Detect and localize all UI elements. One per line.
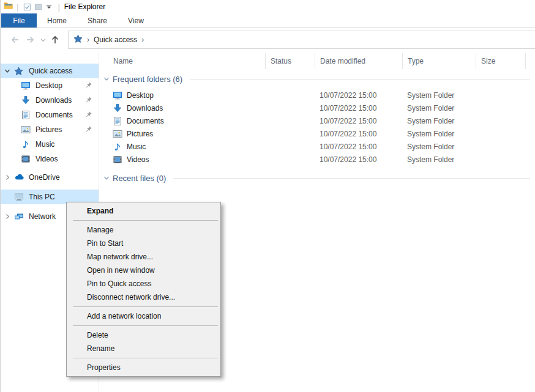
file-name: Videos — [127, 155, 149, 164]
new-folder-icon[interactable] — [32, 1, 43, 12]
downloads-icon — [21, 95, 31, 105]
navigation-bar: › Quick access › — [1, 28, 535, 51]
menu-item-map-network-drive[interactable]: Map network drive... — [67, 250, 220, 264]
file-name: Pictures — [127, 130, 153, 138]
file-type: System Folder — [402, 104, 476, 113]
quick-access-star-icon — [73, 34, 83, 45]
sidebar-item-label: Documents — [36, 111, 73, 119]
file-date-modified: 10/07/2022 15:00 — [315, 155, 402, 164]
back-icon[interactable] — [7, 32, 23, 48]
file-row-videos[interactable]: Videos 10/07/2022 15:00 System Folder — [99, 153, 535, 166]
file-type: System Folder — [402, 142, 476, 151]
file-row-documents[interactable]: Documents 10/07/2022 15:00 System Folder — [99, 114, 535, 127]
pin-icon — [85, 96, 92, 105]
column-header-type[interactable]: Type — [402, 53, 476, 69]
menu-item-rename[interactable]: Rename — [67, 342, 220, 355]
group-label[interactable]: Frequent folders (6) — [113, 75, 182, 84]
pin-icon — [85, 125, 92, 135]
sidebar-item-label: Quick access — [29, 67, 72, 75]
sidebar-item-pictures[interactable]: Pictures — [1, 122, 99, 137]
chevron-down-icon[interactable] — [103, 174, 110, 183]
sidebar-item-onedrive[interactable]: OneDrive — [1, 170, 99, 185]
column-header-size[interactable]: Size — [476, 53, 525, 69]
quick-access-star-icon — [14, 66, 24, 76]
menu-item-pin-to-start[interactable]: Pin to Start — [67, 237, 220, 250]
sidebar-item-quick-access[interactable]: Quick access — [1, 64, 99, 78]
menu-separator — [73, 325, 218, 326]
menu-separator — [73, 358, 218, 358]
file-name: Desktop — [127, 91, 154, 100]
file-explorer-folder-icon — [3, 1, 13, 13]
breadcrumb-location[interactable]: Quick access — [94, 35, 137, 44]
address-bar[interactable]: › Quick access › — [68, 31, 535, 49]
menu-separator — [73, 306, 218, 307]
chevron-down-icon[interactable] — [103, 75, 110, 84]
file-name: Music — [127, 142, 146, 151]
column-headers: Name Status Date modified Type Size — [99, 53, 535, 69]
tab-share[interactable]: Share — [77, 13, 118, 28]
sidebar-item-label: Desktop — [36, 81, 62, 90]
column-header-name[interactable]: Name — [99, 53, 265, 69]
tab-view[interactable]: View — [118, 13, 154, 28]
sidebar-item-desktop[interactable]: Desktop — [1, 78, 99, 93]
menu-separator — [73, 220, 218, 221]
menu-item-disconnect-network-drive[interactable]: Disconnect network drive... — [67, 290, 220, 304]
file-row-downloads[interactable]: Downloads 10/07/2022 15:00 System Folder — [99, 102, 535, 114]
breadcrumb-chevron-icon[interactable]: › — [141, 35, 144, 44]
documents-icon — [113, 116, 122, 126]
menu-item-expand[interactable]: Expand — [67, 204, 220, 218]
forward-icon[interactable] — [23, 32, 39, 48]
file-type: System Folder — [402, 91, 476, 100]
chevron-down-icon[interactable] — [1, 68, 14, 74]
sidebar-item-label: Downloads — [36, 96, 72, 105]
chevron-right-icon[interactable] — [1, 213, 14, 220]
tab-home[interactable]: Home — [37, 13, 77, 28]
pin-icon — [85, 81, 92, 91]
pictures-icon — [113, 129, 122, 139]
file-row-music[interactable]: Music 10/07/2022 15:00 System Folder — [99, 140, 535, 153]
group-rule — [173, 178, 530, 179]
column-header-date-modified[interactable]: Date modified — [315, 53, 402, 69]
titlebar: | | File Explorer — [1, 0, 535, 13]
menu-item-pin-to-quick-access[interactable]: Pin to Quick access — [67, 277, 220, 290]
breadcrumb-chevron-icon[interactable]: › — [87, 35, 89, 44]
file-row-pictures[interactable]: Pictures 10/07/2022 15:00 System Folder — [99, 127, 535, 140]
up-icon[interactable] — [47, 32, 63, 48]
file-row-desktop[interactable]: Desktop 10/07/2022 15:00 System Folder — [99, 89, 535, 102]
group-label[interactable]: Recent files (0) — [113, 174, 166, 183]
recent-locations-chevron-icon[interactable] — [39, 32, 47, 48]
this-pc-icon — [14, 192, 24, 202]
file-type: System Folder — [402, 130, 476, 138]
desktop-icon — [113, 91, 122, 100]
file-explorer-window: | | File Explorer File Home Share View — [0, 0, 535, 392]
sidebar-item-downloads[interactable]: Downloads — [1, 93, 99, 108]
menu-item-properties[interactable]: Properties — [67, 361, 220, 374]
chevron-right-icon[interactable] — [1, 194, 14, 200]
group-header-recent-files[interactable]: Recent files (0) — [99, 168, 535, 188]
file-date-modified: 10/07/2022 15:00 — [315, 130, 402, 138]
menu-item-open-in-new-window[interactable]: Open in new window — [67, 264, 220, 277]
videos-icon — [21, 154, 31, 164]
pictures-icon — [21, 125, 31, 135]
pin-icon — [85, 111, 92, 120]
tab-file[interactable]: File — [1, 13, 37, 28]
menu-item-add-a-network-location[interactable]: Add a network location — [67, 309, 220, 323]
file-date-modified: 10/07/2022 15:00 — [315, 91, 402, 100]
sidebar-item-documents[interactable]: Documents — [1, 108, 99, 122]
sidebar-item-label: Network — [29, 212, 56, 221]
chevron-right-icon[interactable] — [1, 174, 14, 180]
ribbon-tabs: File Home Share View — [1, 13, 535, 28]
sidebar-item-label: This PC — [29, 193, 55, 201]
menu-item-delete[interactable]: Delete — [67, 328, 220, 342]
group-header-frequent-folders[interactable]: Frequent folders (6) — [99, 69, 535, 89]
sidebar-item-videos[interactable]: Videos — [1, 152, 99, 166]
menu-item-manage[interactable]: Manage — [67, 223, 220, 237]
onedrive-icon — [14, 172, 24, 182]
sidebar-item-music[interactable]: Music — [1, 137, 99, 152]
downloads-icon — [113, 103, 122, 113]
customize-toolbar-chevron-icon[interactable] — [43, 1, 54, 12]
titlebar-separator: | — [17, 2, 18, 12]
sidebar-item-label: Music — [36, 140, 54, 149]
column-header-status[interactable]: Status — [265, 53, 315, 69]
properties-check-icon[interactable] — [21, 1, 32, 12]
